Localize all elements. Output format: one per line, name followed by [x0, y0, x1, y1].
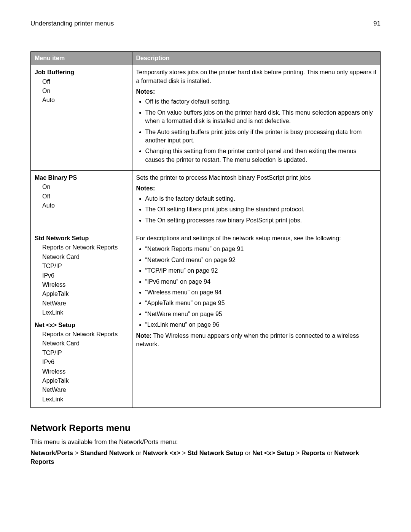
link-item: “TCP/IP menu” on page 92	[145, 267, 377, 275]
menu-option: On	[42, 87, 128, 95]
crumb-sep: >	[180, 449, 188, 456]
menu-option: Network Card	[42, 253, 128, 261]
crumb-or: or	[325, 449, 334, 456]
menu-option: Network Card	[42, 339, 128, 348]
crumb-sep: >	[73, 449, 80, 456]
note-item: The On value buffers jobs on the printer…	[145, 109, 377, 126]
crumb-or: or	[243, 449, 252, 456]
notes-label: Notes:	[136, 184, 377, 193]
menu-table: Menu item Description Job Buffering Off …	[30, 51, 381, 408]
section-intro: This menu is available from the Network/…	[30, 438, 381, 446]
menu-item-options: Off On Auto	[42, 78, 128, 105]
menu-option: Reports or Network Reports	[42, 330, 128, 339]
wireless-note: Note: The Wireless menu appears only whe…	[136, 332, 377, 349]
menu-option: AppleTalk	[42, 377, 128, 385]
notes-list: Auto is the factory default setting. The…	[136, 195, 377, 225]
menu-item-title: Std Network Setup	[35, 234, 128, 243]
col-description: Description	[132, 51, 381, 65]
menu-option: AppleTalk	[42, 290, 128, 298]
menu-item-title: Job Buffering	[35, 68, 128, 77]
menu-option: NetWare	[42, 299, 128, 308]
note-text: The Wireless menu appears only when the …	[136, 332, 359, 347]
menu-option: On	[42, 183, 128, 191]
description-cell: Sets the printer to process Macintosh bi…	[132, 171, 381, 231]
menu-option: IPv6	[42, 358, 128, 366]
menu-item-title: Mac Binary PS	[35, 174, 128, 182]
menu-item-cell: Std Network Setup Reports or Network Rep…	[31, 231, 132, 408]
menu-option: Off	[42, 192, 128, 201]
page: Understanding printer menus 91 Menu item…	[0, 0, 411, 532]
running-header: Understanding printer menus 91	[30, 19, 381, 30]
link-list: “Network Reports menu” on page 91 “Netwo…	[136, 245, 377, 329]
menu-option: LexLink	[42, 308, 128, 317]
link-item: “Network Reports menu” on page 91	[145, 245, 377, 253]
crumb-sep: >	[294, 449, 301, 456]
menu-option: Wireless	[42, 281, 128, 289]
menu-item-options: Reports or Network Reports Network Card …	[42, 243, 128, 317]
link-item: “IPv6 menu” on page 94	[145, 278, 377, 286]
crumb-part: Std Network Setup	[188, 449, 244, 456]
menu-item-options: On Off Auto	[42, 183, 128, 210]
crumb-part: Net <x> Setup	[252, 449, 294, 456]
table-row: Mac Binary PS On Off Auto Sets the print…	[31, 171, 381, 231]
link-item: “LexLink menu” on page 96	[145, 321, 377, 329]
menu-option: Wireless	[42, 367, 128, 376]
notes-label: Notes:	[136, 88, 377, 96]
menu-item-title: Net <x> Setup	[35, 321, 128, 329]
crumb-part: Standard Network	[80, 449, 134, 456]
description-intro: For descriptions and settings of the net…	[136, 234, 377, 243]
menu-option: Auto	[42, 201, 128, 210]
menu-option: TCP/IP	[42, 349, 128, 357]
note-item: The Off setting filters print jobs using…	[145, 205, 377, 214]
header-title: Understanding printer menus	[30, 19, 114, 28]
page-number: 91	[373, 19, 381, 28]
menu-option: Reports or Network Reports	[42, 243, 128, 252]
description-cell: Temporarily stores jobs on the printer h…	[132, 65, 381, 171]
crumb-part: Network <x>	[143, 449, 180, 456]
note-item: Changing this setting from the printer c…	[145, 147, 377, 164]
notes-list: Off is the factory default setting. The …	[136, 97, 377, 164]
note-label: Note:	[136, 332, 152, 339]
menu-item-options: Reports or Network Reports Network Card …	[42, 330, 128, 404]
menu-option: IPv6	[42, 272, 128, 280]
crumb-part: Reports	[301, 449, 325, 456]
note-item: The Auto setting buffers print jobs only…	[145, 128, 377, 145]
breadcrumb: Network/Ports > Standard Network or Netw…	[30, 449, 381, 466]
crumb-or: or	[134, 449, 143, 456]
menu-option: Off	[42, 78, 128, 86]
link-item: “AppleTalk menu” on page 95	[145, 299, 377, 307]
crumb-part: Network/Ports	[30, 449, 73, 456]
link-item: “Wireless menu” on page 94	[145, 288, 377, 297]
link-item: “NetWare menu” on page 95	[145, 310, 377, 318]
col-menu-item: Menu item	[31, 51, 132, 65]
menu-option: NetWare	[42, 386, 128, 394]
table-row: Job Buffering Off On Auto Temporarily st…	[31, 65, 381, 171]
note-item: The On setting processes raw binary Post…	[145, 216, 377, 225]
note-item: Off is the factory default setting.	[145, 97, 377, 106]
link-item: “Network Card menu” on page 92	[145, 256, 377, 264]
menu-item-cell: Job Buffering Off On Auto	[31, 65, 132, 171]
menu-option: Auto	[42, 96, 128, 104]
menu-item-cell: Mac Binary PS On Off Auto	[31, 171, 132, 231]
table-row: Std Network Setup Reports or Network Rep…	[31, 231, 381, 408]
note-item: Auto is the factory default setting.	[145, 195, 377, 203]
menu-option: LexLink	[42, 395, 128, 404]
menu-option: TCP/IP	[42, 262, 128, 270]
section-heading: Network Reports menu	[30, 422, 381, 435]
description-intro: Sets the printer to process Macintosh bi…	[136, 174, 377, 182]
description-cell: For descriptions and settings of the net…	[132, 231, 381, 408]
description-intro: Temporarily stores jobs on the printer h…	[136, 68, 377, 85]
